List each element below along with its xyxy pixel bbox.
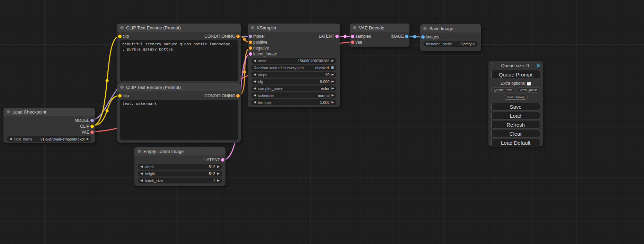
node-title: CLIP Text Encode (Prompt)	[126, 85, 181, 90]
input-port-negative[interactable]	[249, 46, 252, 50]
widget-value: 512	[209, 165, 215, 169]
node-clip-text-encode-negative[interactable]: CLIP Text Encode (Prompt) clip CONDITION…	[117, 83, 241, 143]
widget-label: seed	[258, 59, 266, 63]
increment-arrow-icon[interactable]: ▶	[332, 72, 334, 78]
input-port-positive[interactable]	[249, 40, 252, 44]
node-empty-latent-image[interactable]: Empty Latent Image LATENT ◀ width 512 ▶ …	[134, 147, 226, 186]
collapse-dot-icon[interactable]	[7, 110, 10, 114]
decrement-arrow-icon[interactable]: ◀	[254, 58, 256, 64]
node-title-bar[interactable]: KSampler	[248, 24, 340, 32]
widget-scheduler[interactable]: ◀ scheduler normal ▶	[251, 92, 336, 98]
widget-value: enabled	[315, 66, 329, 70]
increment-arrow-icon[interactable]: ▶	[332, 85, 334, 91]
prompt-text-area[interactable]: beautiful scenery nature glass bottle la…	[120, 40, 238, 81]
node-title-bar[interactable]: CLIP Text Encode (Prompt)	[117, 24, 241, 32]
collapse-dot-icon[interactable]	[138, 150, 141, 153]
output-port-image[interactable]	[405, 35, 408, 38]
widget-sampler-name[interactable]: ◀ sampler_name euler ▶	[251, 85, 336, 91]
collapse-dot-icon[interactable]	[251, 26, 254, 29]
port-row: latent_image	[248, 51, 340, 57]
node-title: Save Image	[429, 26, 453, 31]
widget-batch-size[interactable]: ◀ batch_size 1 ▶	[138, 178, 222, 183]
decrement-arrow-icon[interactable]: ◀	[140, 178, 143, 183]
collapse-dot-icon[interactable]	[423, 27, 427, 30]
input-port-latent-image[interactable]	[249, 52, 252, 56]
graph-canvas[interactable]: Load Checkpoint MODEL CLIP VAE ◀ ckpt_na…	[0, 0, 644, 244]
clear-button[interactable]: Clear	[491, 130, 540, 137]
node-load-checkpoint[interactable]: Load Checkpoint MODEL CLIP VAE ◀ ckpt_na…	[3, 108, 95, 143]
toggle-knob[interactable]	[331, 66, 334, 69]
widget-denoise[interactable]: ◀ denoise 1.000 ▶	[251, 99, 336, 105]
widget-random-seed-toggle[interactable]: Random seed after every gen enabled	[251, 65, 336, 71]
node-title-bar[interactable]: Empty Latent Image	[134, 147, 226, 155]
save-button[interactable]: Save	[491, 103, 540, 110]
input-port-images[interactable]	[421, 35, 425, 39]
decrement-arrow-icon[interactable]: ◀	[140, 164, 143, 170]
increment-arrow-icon[interactable]: ▶	[217, 178, 220, 183]
widget-height[interactable]: ◀ height 512 ▶	[138, 171, 222, 177]
decrement-arrow-icon[interactable]: ◀	[140, 171, 143, 177]
output-port-latent[interactable]	[335, 35, 339, 38]
input-port-vae[interactable]	[351, 40, 354, 44]
widget-label: cfg	[258, 80, 263, 84]
node-title-bar[interactable]: Load Checkpoint	[3, 108, 95, 116]
output-port-latent[interactable]	[221, 158, 224, 162]
increment-arrow-icon[interactable]: ▶	[332, 99, 334, 105]
output-port-vae[interactable]	[90, 130, 94, 134]
view-history-button[interactable]: View History	[504, 95, 528, 100]
widget-width[interactable]: ◀ width 512 ▶	[138, 164, 222, 170]
input-port-clip[interactable]	[118, 94, 122, 98]
increment-arrow-icon[interactable]: ▶	[87, 136, 89, 142]
widget-label: scheduler	[258, 93, 275, 98]
collapse-dot-icon[interactable]	[353, 26, 356, 29]
node-clip-text-encode-positive[interactable]: CLIP Text Encode (Prompt) clip CONDITION…	[117, 24, 241, 84]
widget-filename-prefix[interactable]: filename_prefix ComfyUI	[424, 41, 478, 47]
output-port-conditioning[interactable]	[236, 94, 240, 98]
drag-handle-icon[interactable]: ⠿	[491, 63, 494, 68]
input-port-clip[interactable]	[118, 35, 122, 38]
widget-seed[interactable]: ◀ seed 156680208700286 ▶	[251, 58, 336, 64]
input-port-label-negative: negative	[253, 46, 269, 51]
widget-cfg[interactable]: ◀ cfg 8.000 ▶	[251, 79, 336, 84]
collapse-dot-icon[interactable]	[120, 26, 124, 29]
widget-value: 1.000	[320, 100, 330, 105]
widget-value: 156680208700286	[298, 59, 329, 63]
widget-label: Random seed after every gen	[254, 66, 304, 70]
widget-ckpt-name[interactable]: ◀ ckpt_name v1-5-pruned-emaonly.ckpt ▶	[7, 136, 91, 142]
output-port-model[interactable]	[90, 119, 94, 122]
prompt-text-area[interactable]: text, watermark	[120, 100, 238, 140]
output-port-clip[interactable]	[90, 125, 94, 128]
queue-front-button[interactable]: Queue Front	[491, 88, 515, 92]
link-midpoint-dot	[344, 35, 347, 38]
view-queue-button[interactable]: View Queue	[517, 88, 540, 92]
output-port-label-conditioning: CONDITIONING	[204, 34, 235, 39]
node-title-bar[interactable]: Save Image	[420, 24, 481, 33]
decrement-arrow-icon[interactable]: ◀	[254, 99, 256, 105]
decrement-arrow-icon[interactable]: ◀	[9, 136, 12, 142]
decrement-arrow-icon[interactable]: ◀	[254, 72, 256, 78]
increment-arrow-icon[interactable]: ▶	[332, 79, 334, 84]
extra-options-checkbox[interactable]	[527, 82, 531, 85]
node-title-bar[interactable]: CLIP Text Encode (Prompt)	[117, 83, 241, 91]
increment-arrow-icon[interactable]: ▶	[217, 171, 220, 177]
input-port-model[interactable]	[249, 35, 252, 38]
node-save-image[interactable]: Save Image images filename_prefix ComfyU…	[420, 24, 481, 51]
refresh-button[interactable]: Refresh	[491, 121, 540, 128]
increment-arrow-icon[interactable]: ▶	[217, 164, 220, 170]
decrement-arrow-icon[interactable]: ◀	[254, 92, 256, 98]
widget-steps[interactable]: ◀ steps 20 ▶	[251, 72, 336, 78]
collapse-dot-icon[interactable]	[120, 85, 124, 89]
increment-arrow-icon[interactable]: ▶	[332, 92, 334, 98]
input-port-samples[interactable]	[351, 35, 354, 38]
node-title-bar[interactable]: VAE Decode	[350, 24, 409, 32]
queue-prompt-button[interactable]: Queue Prompt	[491, 70, 540, 79]
node-vae-decode[interactable]: VAE Decode samples IMAGE vae	[350, 24, 409, 47]
load-default-button[interactable]: Load Default	[491, 139, 540, 146]
node-ksampler[interactable]: KSampler model LATENT positive negative …	[248, 24, 340, 107]
increment-arrow-icon[interactable]: ▶	[332, 58, 334, 64]
decrement-arrow-icon[interactable]: ◀	[254, 79, 256, 84]
output-port-conditioning[interactable]	[236, 35, 240, 38]
decrement-arrow-icon[interactable]: ◀	[254, 85, 256, 91]
settings-gear-icon[interactable]: ⚙	[536, 63, 540, 68]
load-button[interactable]: Load	[491, 112, 540, 119]
